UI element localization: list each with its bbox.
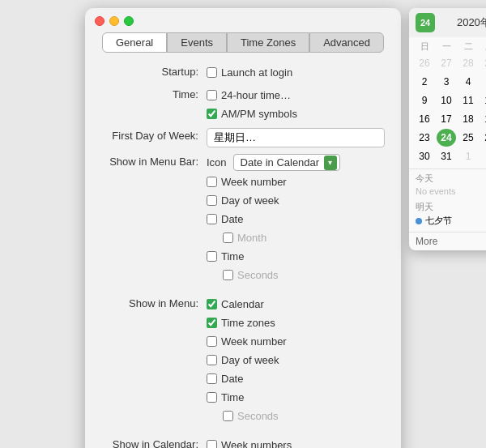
menu-bar-select[interactable]: Date in Calendar [233,154,340,171]
hour24-label: 24-hour time… [221,89,291,101]
calendar-day[interactable]: 5 [480,73,486,91]
weekday-2: 二 [458,41,480,53]
day-of-week-label-2: Day of week [221,354,279,366]
calendar-day[interactable]: 4 [458,73,478,91]
tomorrow-event: 七夕节 [416,215,486,227]
calendar-day[interactable]: 10 [437,92,456,109]
calendar-day[interactable]: 31 [437,147,456,165]
week-number-label-1: Week number [221,176,287,188]
date-checkbox-1[interactable] [207,214,217,224]
calendar-day[interactable]: 17 [437,110,456,128]
menu-bar-select-wrapper: Date in Calendar ▾ [233,154,340,171]
calendar-day[interactable]: 11 [458,92,478,109]
calendar-day[interactable]: 29 [480,54,486,72]
calendar-day[interactable]: 2 [480,147,486,165]
time-checkbox-1[interactable] [207,251,217,262]
week-numbers-checkbox[interactable] [207,440,217,449]
ampm-checkbox[interactable] [207,109,217,119]
month-checkbox[interactable] [223,233,233,243]
calendar-events: 今天 No events 明天 七夕节 [409,169,486,232]
menu-bar-controls: Icon Date in Calendar ▾ Week number [207,154,385,283]
time-check-row-2: Time [207,389,385,405]
calendar-checkbox[interactable] [207,299,217,309]
tab-timezones[interactable]: Time Zones [227,32,309,53]
calendar-day[interactable]: 9 [415,92,434,109]
time-checkbox-2[interactable] [207,392,217,403]
tab-general[interactable]: General [102,32,167,53]
week-number-label-2: Week number [221,335,287,348]
icon-dropdown-row: Icon Date in Calendar ▾ [207,154,385,171]
day-of-week-checkbox-1[interactable] [207,195,217,206]
day-of-week-label-1: Day of week [221,194,279,207]
show-menu-label: Show in Menu: [101,296,207,312]
more-label: More [416,236,437,247]
icon-text: Icon [207,156,227,169]
weekday-3: 三 [480,41,486,53]
general-content: Startup: Launch at login Time: 24-hour t… [85,59,401,448]
calendar-popup: 24 2020年8月 ‹ › 日 一 二 三 四 五 六 26272829303… [409,8,486,250]
maximize-button[interactable] [124,16,134,26]
tomorrow-event-dot [416,218,422,224]
show-calendar-controls: Week numbers Event dots None ▾ [207,437,385,448]
launch-at-login-checkbox[interactable] [207,67,217,78]
preferences-window: General Events Time Zones Advanced Start… [85,8,401,448]
month-label: Month [237,232,266,244]
calendar-day[interactable]: 3 [437,73,456,91]
calendar-day[interactable]: 19 [480,110,486,128]
tomorrow-section-title: 明天 [416,201,486,213]
hour24-checkbox[interactable] [207,90,217,100]
show-menu-controls: Calendar Time zones Week number Day of w… [207,296,385,424]
calendar-day[interactable]: 26 [415,54,434,72]
tab-advanced[interactable]: Advanced [309,32,384,53]
calendar-header: 24 2020年8月 ‹ › [409,8,486,37]
calendar-day[interactable]: 18 [458,110,478,128]
calendar-day[interactable]: 30 [415,147,434,165]
seconds-checkbox-1[interactable] [223,270,233,280]
calendar-day[interactable]: 27 [437,54,456,72]
week-number-row-1: Week number [207,173,385,190]
calendar-app-icon[interactable]: 24 [416,13,435,32]
launch-at-login-row: Launch at login [207,64,385,80]
time-label: Time: [101,87,207,103]
minimize-button[interactable] [109,16,119,26]
calendar-day[interactable]: 1 [458,147,478,165]
week-number-checkbox-1[interactable] [207,177,217,187]
time-row: Time: 24-hour time… AM/PM symbols [101,87,385,122]
tab-bar: General Events Time Zones Advanced [85,26,401,59]
seconds-row-1: Seconds [223,267,385,283]
calendar-day[interactable]: 24 [437,129,456,147]
menu-bar-label: Show in Menu Bar: [101,154,207,170]
time-check-row-1: Time [207,248,385,264]
first-day-button[interactable]: 星期日… [207,128,385,147]
seconds-checkbox-2[interactable] [223,411,233,421]
calendar-day[interactable]: 26 [480,129,486,147]
week-numbers-row: Week numbers [207,437,385,448]
startup-label: Startup: [101,64,207,80]
week-number-checkbox-2[interactable] [207,336,217,347]
date-checkbox-2[interactable] [207,373,217,384]
close-button[interactable] [95,16,104,26]
seconds-label-1: Seconds [237,269,279,281]
startup-row: Startup: Launch at login [101,64,385,80]
first-day-label: First Day of Week: [101,128,207,144]
day-of-week-checkbox-2[interactable] [207,355,217,365]
calendar-day[interactable]: 25 [458,129,478,147]
week-numbers-label: Week numbers [221,439,292,449]
calendar-day[interactable]: 16 [415,110,434,128]
ampm-label: AM/PM symbols [221,108,297,120]
weekday-1: 一 [436,41,458,53]
calendar-day[interactable]: 12 [480,92,486,109]
calendar-day[interactable]: 23 [415,129,434,147]
time-zones-label: Time zones [221,317,275,329]
calendar-day[interactable]: 2 [415,73,434,91]
first-day-value: 星期日… [214,130,256,145]
tab-events[interactable]: Events [167,32,227,53]
title-bar [85,8,401,26]
calendar-day[interactable]: 28 [458,54,478,72]
week-number-row-2: Week number [207,333,385,349]
show-calendar-row: Show in Calendar: Week numbers Event dot… [101,437,385,448]
day-of-week-row-1: Day of week [207,192,385,208]
show-menu-row: Show in Menu: Calendar Time zones Week n… [101,296,385,424]
more-button[interactable]: More ▶ [409,232,486,250]
time-zones-checkbox[interactable] [207,318,217,328]
